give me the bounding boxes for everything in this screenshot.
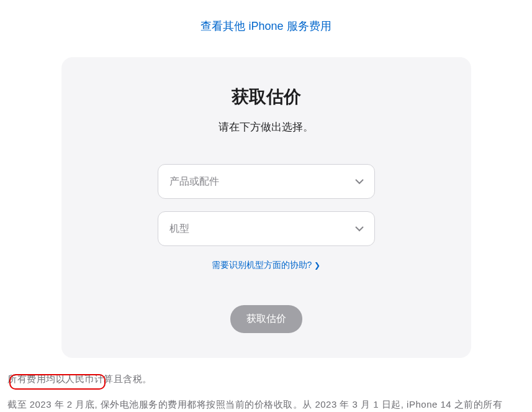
footer-currency-note: 所有费用均以人民币计算且含税。	[7, 370, 525, 388]
identify-model-help-link[interactable]: 需要识别机型方面的协助? ❯	[212, 260, 321, 271]
footer-price-increase-note: 截至 2023 年 2 月底, 保外电池服务的费用都将按照当前的价格收取。从 2…	[7, 396, 525, 413]
product-select-placeholder: 产品或配件	[169, 175, 219, 188]
help-link-label: 需要识别机型方面的协助?	[212, 260, 312, 271]
product-select[interactable]: 产品或配件	[158, 164, 375, 199]
model-select[interactable]: 机型	[158, 211, 375, 246]
top-service-link-wrapper: 查看其他 iPhone 服务费用	[6, 19, 526, 34]
estimate-card: 获取估价 请在下方做出选择。 产品或配件 机型	[61, 57, 471, 358]
get-estimate-button[interactable]: 获取估价	[230, 305, 302, 333]
card-title: 获取估价	[86, 85, 446, 109]
footer-notes: 所有费用均以人民币计算且含税。 截至 2023 年 2 月底, 保外电池服务的费…	[6, 358, 526, 412]
model-select-placeholder: 机型	[169, 222, 189, 236]
product-select-wrapper: 产品或配件	[158, 164, 375, 199]
other-iphone-service-link[interactable]: 查看其他 iPhone 服务费用	[201, 20, 331, 32]
chevron-right-icon: ❯	[314, 261, 320, 270]
card-subtitle: 请在下方做出选择。	[86, 120, 446, 134]
chevron-down-icon	[354, 176, 364, 187]
model-select-wrapper: 机型	[158, 211, 375, 246]
chevron-down-icon	[354, 223, 364, 234]
